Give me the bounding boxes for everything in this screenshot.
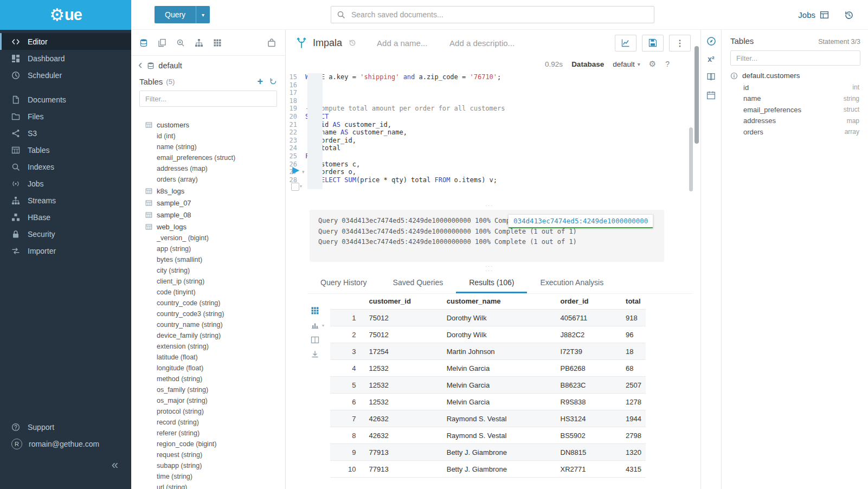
save-button[interactable] (642, 35, 664, 52)
resize-handle[interactable]: ······ (286, 264, 693, 269)
bucket-icon[interactable] (267, 38, 276, 47)
functions-icon[interactable]: x² (708, 55, 714, 63)
assist-column[interactable]: email_preferences (struct) (145, 152, 285, 163)
assist-table-customers[interactable]: customers (145, 119, 285, 131)
tab-query-history[interactable]: Query History (307, 273, 380, 293)
assist-column[interactable]: extension (string) (145, 341, 285, 352)
resize-handle[interactable]: ······ (286, 203, 693, 209)
assist-table-sample_07[interactable]: sample_07 (145, 197, 285, 209)
sidebar-item-s3[interactable]: S3 (0, 125, 131, 141)
assist-column[interactable]: name (string) (145, 141, 285, 152)
download-icon[interactable] (311, 350, 319, 359)
help-icon[interactable]: ? (665, 59, 670, 69)
main-scrollbar[interactable] (695, 46, 699, 144)
assist-column[interactable]: referer (string) (145, 428, 285, 439)
execute-button[interactable]: ▶ (292, 165, 299, 175)
right-column-row[interactable]: ordersarray (730, 126, 860, 138)
sidebar-item-scheduler[interactable]: Scheduler (0, 67, 131, 83)
schedule-icon[interactable] (706, 91, 716, 100)
database-name[interactable]: default (158, 61, 182, 70)
query-id-value[interactable]: 034d413ec7474ed5:4249de1000000000 (513, 217, 648, 225)
hue-logo[interactable]: ⚙ue (0, 0, 131, 30)
new-query-button[interactable]: Query ▾ (155, 6, 210, 23)
database-select[interactable]: default ▾ (613, 60, 640, 68)
column-header[interactable]: total (621, 293, 646, 310)
tab-execution-analysis[interactable]: Execution Analysis (527, 273, 616, 293)
code-editor[interactable]: 15WHERE a.key = 'shipping' and a.zip_cod… (286, 73, 693, 204)
assist-column[interactable]: record (string) (145, 417, 285, 428)
apps-assist-icon[interactable] (213, 38, 222, 47)
assist-column[interactable]: country_code (string) (145, 298, 285, 308)
refresh-icon[interactable] (269, 78, 277, 85)
query-description-input[interactable] (448, 38, 520, 48)
tab-saved-queries[interactable]: Saved Queries (380, 273, 456, 293)
assist-column[interactable]: protocol (string) (145, 406, 285, 417)
sidebar-item-documents[interactable]: Documents (0, 91, 131, 108)
assist-column[interactable]: request (string) (145, 449, 285, 460)
sidebar-item-hbase[interactable]: HBase (0, 209, 131, 226)
settings-gear-icon[interactable]: ⚙ (649, 59, 656, 69)
assist-column[interactable]: bytes (smallint) (145, 254, 285, 265)
collapse-sidebar-icon[interactable]: « (112, 459, 118, 471)
add-table-icon[interactable]: + (257, 76, 263, 86)
grid-view-icon[interactable] (311, 306, 319, 315)
assist-column[interactable]: latitude (float) (145, 352, 285, 363)
jobs-link[interactable]: Jobs (798, 10, 829, 20)
sidebar-item-jobs[interactable]: Jobs (0, 175, 131, 192)
assist-column[interactable]: subapp (string) (145, 460, 285, 471)
assist-column[interactable]: longitude (float) (145, 363, 285, 374)
column-header[interactable]: order_id (556, 293, 622, 310)
right-column-row[interactable]: idint (730, 82, 860, 93)
assist-column[interactable]: app (string) (145, 243, 285, 254)
assist-column[interactable]: code (tinyint) (145, 287, 285, 298)
right-filter-input[interactable] (735, 54, 856, 63)
tab-results-106[interactable]: Results (106) (456, 273, 527, 293)
assist-column[interactable]: city (string) (145, 265, 285, 276)
assist-column[interactable]: id (int) (145, 131, 285, 141)
search-input[interactable] (350, 10, 648, 20)
columns-view-icon[interactable] (311, 336, 319, 344)
assist-column[interactable]: device_family (string) (145, 330, 285, 341)
back-chevron-icon[interactable]: ‹ (138, 59, 142, 71)
query-name-input[interactable] (376, 38, 431, 48)
assist-column[interactable]: _version_ (bigint) (145, 233, 285, 243)
sidebar-item-editor[interactable]: Editor (0, 33, 131, 50)
active-table-row[interactable]: default.customers (730, 72, 860, 80)
editor-scrollbar[interactable] (689, 127, 693, 191)
search-assist-icon[interactable] (176, 38, 185, 47)
assist-column[interactable]: country_code3 (string) (145, 308, 285, 319)
right-column-row[interactable]: namestring (730, 93, 860, 105)
sidebar-item-indexes[interactable]: Indexes (0, 158, 131, 175)
sidebar-item-user[interactable]: R romain@gethue.com (0, 435, 131, 452)
sidebar-item-importer[interactable]: Importer (0, 242, 131, 259)
sql-assist-icon[interactable] (139, 38, 148, 47)
sidebar-item-security[interactable]: Security (0, 226, 131, 242)
assist-column[interactable]: os_major (string) (145, 395, 285, 406)
assist-column[interactable]: os_family (string) (145, 384, 285, 395)
assist-table-k8s_logs[interactable]: k8s_logs (145, 185, 285, 197)
format-menu-button[interactable] (291, 183, 299, 191)
query-history-icon[interactable] (844, 10, 854, 20)
assist-column[interactable]: orders (array) (145, 174, 285, 185)
sidebar-item-files[interactable]: Files (0, 108, 131, 125)
snippet-history-icon[interactable] (349, 39, 356, 47)
sidebar-item-tables[interactable]: Tables (0, 141, 131, 158)
assist-column[interactable]: time (string) (145, 471, 285, 482)
assist-column[interactable]: country_name (string) (145, 319, 285, 330)
git-assist-icon[interactable] (195, 38, 203, 47)
assist-column[interactable]: region_code (bigint) (145, 439, 285, 449)
assist-column[interactable]: method (string) (145, 374, 285, 384)
documents-assist-icon[interactable] (158, 38, 166, 47)
right-column-row[interactable]: addressesmap (730, 115, 860, 127)
sidebar-item-dashboard[interactable]: Dashboard (0, 50, 131, 67)
chart-view-icon[interactable] (311, 321, 319, 330)
chart-button[interactable] (615, 35, 636, 52)
column-header[interactable]: customer_name (442, 293, 556, 310)
assist-column[interactable]: url (string) (145, 482, 285, 489)
language-reference-icon[interactable] (706, 72, 716, 81)
right-column-row[interactable]: email_preferencesstruct (730, 104, 860, 115)
query-dropdown-caret-icon[interactable]: ▾ (196, 6, 210, 23)
code-lines[interactable]: 15WHERE a.key = 'shipping' and a.zip_cod… (286, 73, 693, 184)
query-button-label[interactable]: Query (155, 6, 196, 23)
execute-options-caret-icon[interactable]: ▾ (302, 169, 305, 175)
